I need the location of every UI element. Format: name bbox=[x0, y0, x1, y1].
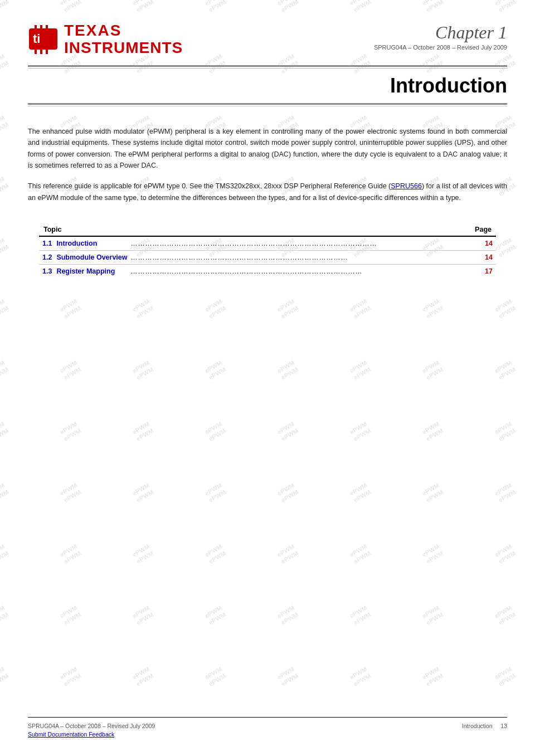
toc-body: 1.1Introduction…………………………………………………………………… bbox=[39, 236, 496, 278]
watermark-tile: ePWMePWM bbox=[421, 481, 445, 504]
watermark-tile: ePWMePWM bbox=[421, 359, 445, 382]
watermark-tile: ePWMePWM bbox=[59, 543, 82, 565]
toc-row: 1.2Submodule Overview…………………………………………………… bbox=[39, 251, 496, 265]
logo-instruments: INSTRUMENTS bbox=[64, 40, 183, 57]
watermark-tile: ePWMePWM bbox=[203, 481, 227, 504]
footer-page-number: 13 bbox=[500, 723, 507, 729]
watermark-tile: ePWMePWM bbox=[131, 481, 155, 504]
watermark-tile: ePWMePWM bbox=[493, 297, 517, 320]
header-divider bbox=[0, 57, 535, 69]
divider-thick bbox=[28, 65, 507, 67]
footer-meta: SPRUG04A – October 2008 – Revised July 2… bbox=[28, 722, 155, 731]
watermark-tile: ePWMePWM bbox=[203, 420, 227, 443]
toc-row-dots: …………………………………………………………………………………… bbox=[129, 265, 471, 279]
toc-table: Topic Page 1.1Introduction……………………………………… bbox=[39, 223, 496, 278]
svg-rect-3 bbox=[46, 25, 48, 30]
toc-row-page[interactable]: 17 bbox=[470, 265, 496, 279]
watermark-tile: ePWMePWM bbox=[493, 359, 517, 382]
watermark-tile: ePWMePWM bbox=[203, 604, 227, 627]
watermark-tile: ePWMePWM bbox=[421, 420, 445, 443]
watermark-tile: ePWMePWM bbox=[0, 604, 10, 627]
watermark-tile: ePWMePWM bbox=[203, 543, 227, 565]
ti-logo-icon: ti bbox=[28, 24, 59, 55]
paragraph-1: The enhanced pulse width modulator (ePWM… bbox=[28, 126, 507, 172]
watermark-tile: ePWMePWM bbox=[131, 665, 155, 688]
svg-rect-5 bbox=[40, 50, 42, 54]
watermark-tile: ePWMePWM bbox=[493, 604, 517, 627]
watermark-tile: ePWMePWM bbox=[0, 665, 10, 688]
spru566-link[interactable]: SPRU566 bbox=[391, 182, 422, 190]
toc-row-dots: ……………………………………………………………………………… bbox=[129, 251, 471, 265]
toc-row-label[interactable]: Register Mapping bbox=[55, 265, 128, 279]
watermark-tile: ePWMePWM bbox=[0, 297, 10, 320]
chapter-info: Chapter 1 SPRUG04A – October 2008 – Revi… bbox=[374, 17, 507, 51]
watermark-tile: ePWMePWM bbox=[493, 420, 517, 443]
watermark-tile: ePWMePWM bbox=[421, 297, 445, 320]
watermark-tile: ePWMePWM bbox=[203, 359, 227, 382]
watermark-tile: ePWMePWM bbox=[59, 665, 82, 688]
watermark-tile: ePWMePWM bbox=[276, 543, 300, 565]
main-content: The enhanced pulse width modulator (ePWM… bbox=[0, 106, 535, 204]
watermark-tile: ePWMePWM bbox=[493, 481, 517, 504]
toc-header-row: Topic Page bbox=[39, 223, 496, 236]
svg-rect-4 bbox=[35, 50, 37, 54]
ti-logo: ti TEXAS INSTRUMENTS bbox=[28, 22, 183, 57]
watermark-tile: ePWMePWM bbox=[348, 297, 372, 320]
watermark-tile: ePWMePWM bbox=[421, 543, 445, 565]
toc-row-num[interactable]: 1.3 bbox=[39, 265, 55, 279]
toc-container: Topic Page 1.1Introduction……………………………………… bbox=[0, 212, 535, 278]
svg-text:ti: ti bbox=[33, 32, 40, 46]
watermark-tile: ePWMePWM bbox=[493, 543, 517, 565]
footer-left: SPRUG04A – October 2008 – Revised July 2… bbox=[28, 722, 155, 740]
toc-row-dots: ………………………………………………………………………………………… bbox=[129, 236, 471, 251]
watermark-tile: ePWMePWM bbox=[348, 604, 372, 627]
watermark-tile: ePWMePWM bbox=[348, 543, 372, 565]
footer-divider bbox=[28, 717, 507, 718]
watermark-tile: ePWMePWM bbox=[131, 604, 155, 627]
watermark-tile: ePWMePWM bbox=[276, 665, 300, 688]
toc-row-page[interactable]: 14 bbox=[470, 236, 496, 251]
watermark-tile: ePWMePWM bbox=[276, 481, 300, 504]
watermark-tile: ePWMePWM bbox=[348, 359, 372, 382]
watermark-tile: ePWMePWM bbox=[59, 420, 82, 443]
watermark-tile: ePWMePWM bbox=[421, 665, 445, 688]
chapter-label: Chapter 1 bbox=[374, 22, 507, 43]
watermark-tile: ePWMePWM bbox=[203, 665, 227, 688]
toc-row-num[interactable]: 1.2 bbox=[39, 251, 55, 265]
watermark-tile: ePWMePWM bbox=[276, 297, 300, 320]
chapter-meta: SPRUG04A – October 2008 – Revised July 2… bbox=[374, 44, 507, 51]
footer-section: Introduction bbox=[462, 723, 493, 729]
footer-right: Introduction 13 bbox=[462, 722, 507, 731]
page-footer: SPRUG04A – October 2008 – Revised July 2… bbox=[28, 717, 507, 740]
toc-row-label[interactable]: Submodule Overview bbox=[55, 251, 128, 265]
svg-rect-6 bbox=[46, 50, 48, 54]
watermark-tile: ePWMePWM bbox=[348, 481, 372, 504]
watermark-tile: ePWMePWM bbox=[276, 359, 300, 382]
toc-header-page: Page bbox=[470, 223, 496, 236]
toc-row-label[interactable]: Introduction bbox=[55, 236, 128, 251]
watermark-tile: ePWMePWM bbox=[131, 420, 155, 443]
watermark-tile: ePWMePWM bbox=[59, 359, 82, 382]
watermark-tile: ePWMePWM bbox=[131, 297, 155, 320]
logo-texas: TEXAS bbox=[64, 22, 183, 40]
watermark-tile: ePWMePWM bbox=[131, 359, 155, 382]
submit-feedback-link[interactable]: Submit Documentation Feedback bbox=[28, 731, 114, 738]
watermark-tile: ePWMePWM bbox=[203, 297, 227, 320]
watermark-tile: ePWMePWM bbox=[59, 297, 82, 320]
watermark-tile: ePWMePWM bbox=[348, 420, 372, 443]
page-title: Introduction bbox=[28, 74, 507, 97]
watermark-tile: ePWMePWM bbox=[0, 543, 10, 565]
toc-row: 1.3Register Mapping………………………………………………………… bbox=[39, 265, 496, 279]
watermark-tile: ePWMePWM bbox=[0, 420, 10, 443]
svg-rect-1 bbox=[35, 25, 37, 30]
toc-row-num[interactable]: 1.1 bbox=[39, 236, 55, 251]
page-title-container: Introduction bbox=[0, 69, 535, 97]
paragraph-2-before-link: This reference guide is applicable for e… bbox=[28, 182, 391, 190]
watermark-tile: ePWMePWM bbox=[276, 420, 300, 443]
ti-logo-text: TEXAS INSTRUMENTS bbox=[64, 22, 183, 57]
watermark-tile: ePWMePWM bbox=[0, 481, 10, 504]
watermark-tile: ePWMePWM bbox=[493, 665, 517, 688]
watermark-tile: ePWMePWM bbox=[131, 543, 155, 565]
watermark-tile: ePWMePWM bbox=[59, 481, 82, 504]
toc-row-page[interactable]: 14 bbox=[470, 251, 496, 265]
